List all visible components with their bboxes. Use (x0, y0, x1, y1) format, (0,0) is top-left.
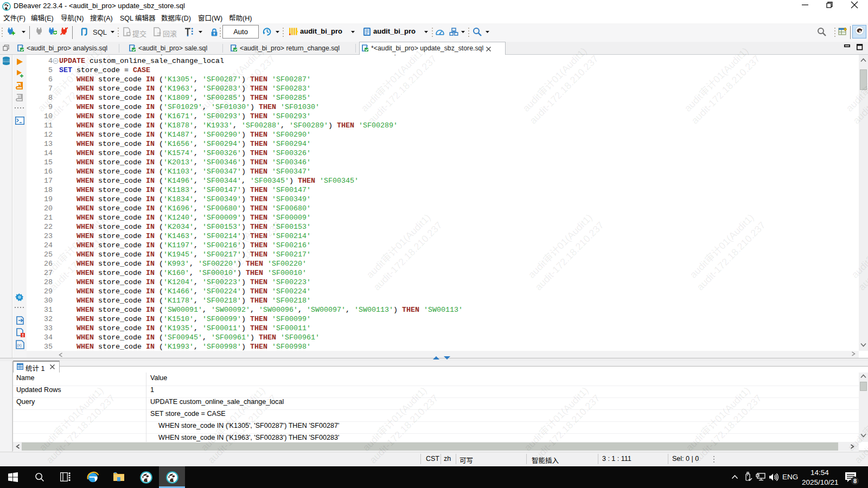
svg-text:8: 8 (853, 478, 857, 484)
svg-text:(x): (x) (17, 343, 22, 348)
